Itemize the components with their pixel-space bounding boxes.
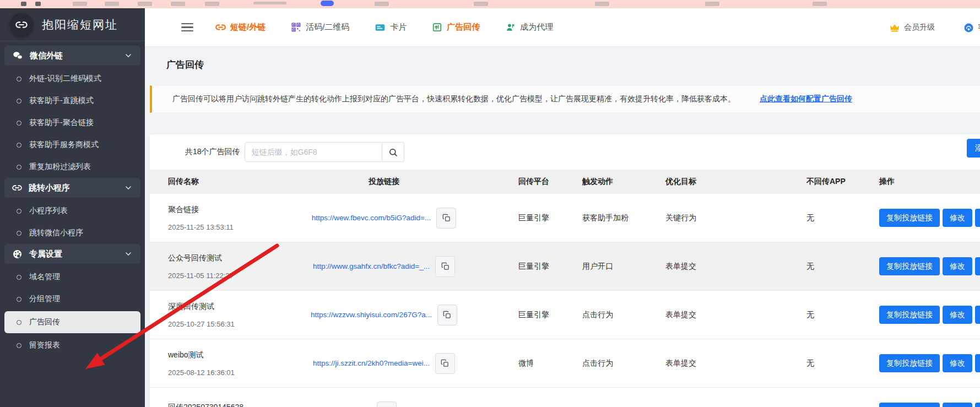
wechat-icon [12,50,23,61]
delete-button[interactable]: 删除 [975,257,980,275]
bookmark-mark [705,2,719,6]
crown-icon [889,22,900,33]
browser-strip [0,0,980,8]
bullet-icon [17,99,21,104]
nav-tabs: 短链/外链 活码/二维码 卡片 广告回传 成为代理 [215,22,553,33]
optimize-goal: 表单提交 [665,310,696,319]
copy-icon [442,214,451,222]
optimize-goal: 表单提交 [665,262,696,270]
bookmark-mark [171,2,185,6]
edit-button[interactable]: 修改 [943,306,972,324]
copy-link-button[interactable] [437,305,457,325]
table-card: 共18个广告回传 添加广告回传 回传名称 投放链接 回传平台 触发动作 优化目标… [150,134,980,407]
table-row: 回传20250730145628 复制投放链接修改删除 [150,388,980,407]
platform: 微博 [518,359,534,367]
sidebar: 抱阳缩短网址 微信外链 外链-识别二维码模式 获客助手-直跳模式 获客助手-聚合… [0,8,145,407]
edit-button[interactable]: 修改 [943,354,972,372]
banner-config-link[interactable]: 点此查看如何配置广告回传 [760,94,852,104]
copy-link-button[interactable] [435,353,455,374]
copy-campaign-link-button[interactable]: 复制投放链接 [879,306,940,324]
copy-campaign-link-button[interactable]: 复制投放链接 [879,403,940,407]
trigger-action: 获客助手加粉 [582,213,629,222]
copy-campaign-link-button[interactable]: 复制投放链接 [879,257,940,275]
logo-link-icon [10,13,33,36]
app-logo: 抱阳缩短网址 [0,8,145,41]
sidebar-item-service-provider[interactable]: 获客助手服务商模式 [0,134,145,156]
table-row: 聚合链接2025-11-25 13:53:11 https://wew.fbev… [150,194,980,242]
table-header: 回传名称 投放链接 回传平台 触发动作 优化目标 不回传APP 操作 [150,170,980,194]
sidebar-section-mini-program[interactable]: 跳转小程序 [4,178,140,198]
search-input[interactable] [245,142,382,162]
nav-tab-qrcode[interactable]: 活码/二维码 [291,22,349,32]
nav-right: 会员升级 客服 [889,8,980,47]
bullet-icon [17,297,21,302]
trigger-action: 点击行为 [582,310,613,319]
campaign-link[interactable]: http://www.gsahfx.cn/bfkc?adid=_... [313,262,430,270]
delete-button[interactable]: 删除 [975,354,980,372]
sidebar-item-aggregate-link[interactable]: 获客助手-聚合链接 [0,112,145,134]
copy-link-button[interactable] [377,401,397,407]
sidebar-item-domain-management[interactable]: 域名管理 [0,266,145,288]
copy-link-button[interactable] [435,256,455,277]
card-icon [375,22,386,33]
bookmark-mark [21,2,26,6]
copy-campaign-link-button[interactable]: 复制投放链接 [879,354,940,372]
bookmark-mark [73,2,87,6]
add-callback-button[interactable]: 添加广告回传 [967,139,980,158]
bookmark-mark [105,2,119,6]
campaign-link[interactable]: https://wew.fbevc.com/b5iG?adid=... [312,214,431,222]
delete-button[interactable]: 删除 [975,306,980,324]
chevron-down-icon [124,51,133,60]
delete-button[interactable]: 删除 [975,403,980,407]
sidebar-item-group-management[interactable]: 分组管理 [0,288,145,310]
copy-campaign-link-button[interactable]: 复制投放链接 [879,209,940,227]
customer-service-button[interactable]: 客服 [963,23,980,33]
sidebar-section-exclusive-settings[interactable]: 专属设置 [4,244,140,264]
bookmark-mark [474,2,488,6]
sidebar-section-wechat-links[interactable]: 微信外链 [4,46,140,66]
bullet-icon [17,231,21,236]
col-header-platform: 回传平台 [500,177,564,187]
copy-icon [441,262,450,270]
bookmark-mark [813,2,827,6]
table-row: weibo测试2025-08-12 16:36:01 https://ji.sz… [150,339,980,388]
bullet-icon [17,209,21,214]
no-app-flag: 无 [806,310,814,319]
sidebar-item-jump-wechat-mini[interactable]: 跳转微信小程序 [0,222,145,244]
sidebar-item-lead-report[interactable]: 留资报表 [0,334,145,356]
nav-tab-ad-callback[interactable]: 广告回传 [432,22,480,32]
edit-button[interactable]: 修改 [943,257,972,275]
bullet-icon [17,143,21,148]
delete-button[interactable]: 删除 [975,209,980,227]
info-banner: 广告回传可以将用户访问跳转外链产生的转化动作上报到对应的广告平台，快速积累转化数… [150,85,980,113]
sidebar-item-direct-jump[interactable]: 获客助手-直跳模式 [0,90,145,112]
bookmark-mark [253,2,286,4]
campaign-link[interactable]: https://ji.szzit.cn/2kh0?media=wei... [313,359,430,367]
sidebar-item-qrcode-mode[interactable]: 外链-识别二维码模式 [0,68,145,90]
sidebar-item-duplicate-filter[interactable]: 重复加粉过滤列表 [0,156,145,178]
no-app-flag: 无 [806,213,814,222]
menu-toggle-button[interactable] [181,23,193,32]
search-button[interactable] [382,142,404,162]
bullet-icon [17,343,21,348]
main-content: 广告回传 广告回传可以将用户访问跳转外链产生的转化动作上报到对应的广告平台，快速… [145,47,980,407]
col-header-trigger: 触发动作 [564,177,647,187]
copy-link-button[interactable] [436,208,456,229]
top-nav: 短链/外链 活码/二维码 卡片 广告回传 成为代理 会员升级 客服 [145,8,980,47]
callback-date: 2025-10-27 15:56:31 [168,320,268,328]
edit-button[interactable]: 修改 [943,209,972,227]
nav-tab-short-links[interactable]: 短链/外链 [215,22,266,32]
bookmark-mark [375,2,389,6]
member-upgrade-button[interactable]: 会员升级 [889,22,935,33]
agent-icon [505,22,516,32]
platform: 巨量引擎 [518,262,549,270]
sidebar-item-ad-callback[interactable]: 广告回传 [4,311,140,333]
nav-tab-become-agent[interactable]: 成为代理 [505,22,553,32]
campaign-link[interactable]: https://wzzvw.shiyisui.com/267G?a... [311,311,432,319]
nav-tab-card[interactable]: 卡片 [375,22,407,33]
col-header-actions: 操作 [860,177,980,187]
col-header-name: 回传名称 [150,177,268,187]
callback-date: 2025-11-05 11:22:27 [168,272,268,280]
edit-button[interactable]: 修改 [943,403,972,407]
sidebar-item-mini-program-list[interactable]: 小程序列表 [0,200,145,222]
